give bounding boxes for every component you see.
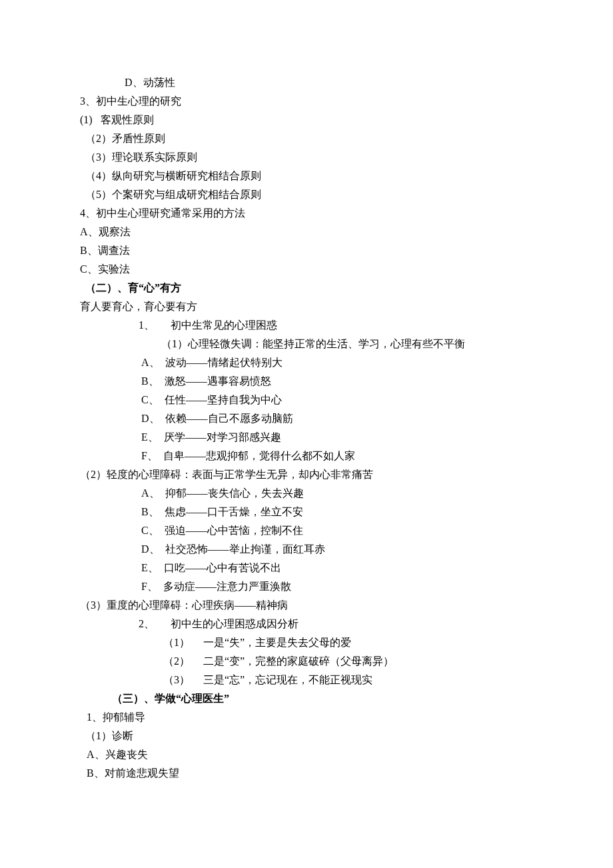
text-line: B、调查法 (80, 241, 533, 260)
text-line: （3） 三是“忘”，忘记现在，不能正视现实 (80, 671, 533, 689)
text-line: （5）个案研究与组成研究相结合原则 (80, 185, 533, 204)
text-line: A、 抑郁——丧失信心，失去兴趣 (80, 484, 533, 503)
text-line: F、 多动症——注意力严重涣散 (80, 577, 533, 596)
text-line: （3）理论联系实际原则 (80, 148, 533, 167)
text-line: 4、初中生心理研究通常采用的方法 (80, 204, 533, 223)
text-line: （2）轻度的心理障碍：表面与正常学生无异，却内心非常痛苦 (80, 465, 533, 484)
text-line: （1） 一是“失”，主要是失去父母的爱 (80, 633, 533, 652)
text-line: C、 强迫——心中苦恼，控制不住 (80, 521, 533, 540)
text-line: 2、 初中生的心理困惑成因分析 (80, 615, 533, 633)
text-line: （三）、学做“心理医生” (80, 689, 533, 708)
document-page: D、动荡性3、初中生心理的研究(1) 客观性原则（2）矛盾性原则（3）理论联系实… (0, 0, 613, 836)
text-line: B、 激怒——遇事容易愤怒 (80, 372, 533, 391)
text-line: E、 厌学——对学习部感兴趣 (80, 428, 533, 447)
text-line: C、实验法 (80, 260, 533, 279)
text-line: B、对前途悲观失望 (80, 764, 533, 783)
text-line: 3、初中生心理的研究 (80, 92, 533, 111)
text-line: 1、 初中生常见的心理困惑 (80, 316, 533, 335)
text-line: (1) 客观性原则 (80, 111, 533, 129)
text-line: D、 社交恐怖——举止拘谨，面红耳赤 (80, 540, 533, 559)
text-line: E、 口吃——心中有苦说不出 (80, 559, 533, 577)
text-line: F、 自卑——悲观抑郁，觉得什么都不如人家 (80, 447, 533, 465)
text-line: A、 波动——情绪起伏特别大 (80, 353, 533, 372)
text-line: B、 焦虑——口干舌燥，坐立不安 (80, 503, 533, 521)
text-line: 育人要育心，育心要有方 (80, 297, 533, 316)
text-line: （4）纵向研究与横断研究相结合原则 (80, 167, 533, 185)
text-line: 1、抑郁辅导 (80, 708, 533, 727)
text-line: C、 任性——坚持自我为中心 (80, 391, 533, 409)
text-line: A、观察法 (80, 223, 533, 241)
text-line: （二）、育“心”有方 (80, 279, 533, 297)
text-line: D、 依赖——自己不愿多动脑筋 (80, 409, 533, 428)
text-line: （2） 二是“变”，完整的家庭破碎（父母离异） (80, 652, 533, 671)
text-line: D、动荡性 (80, 73, 533, 92)
text-line: （1）诊断 (80, 727, 533, 745)
text-line: A、兴趣丧失 (80, 745, 533, 764)
text-line: （1）心理轻微失调：能坚持正常的生活、学习，心理有些不平衡 (80, 335, 533, 353)
text-line: （3）重度的心理障碍：心理疾病——精神病 (80, 596, 533, 615)
text-line: （2）矛盾性原则 (80, 129, 533, 148)
